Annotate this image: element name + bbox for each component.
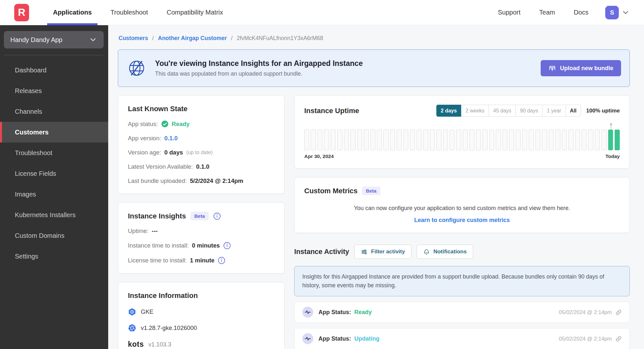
uptime-bar[interactable] (542, 130, 547, 150)
uptime-bar[interactable] (357, 130, 362, 150)
uptime-bar[interactable] (483, 130, 487, 150)
tab-compatibility-matrix[interactable]: Compatibility Matrix (161, 0, 229, 25)
sidebar-item-custom-domains[interactable]: Custom Domains (0, 225, 108, 246)
uptime-bar[interactable] (535, 130, 540, 150)
uptime-bar[interactable] (383, 130, 388, 150)
uptime-bar[interactable] (331, 130, 336, 150)
version-age-note: (up to date) (186, 150, 213, 155)
uptime-bar[interactable] (436, 130, 441, 150)
range-button-45-days[interactable]: 45 days (489, 105, 516, 117)
upload-new-bundle-button[interactable]: Upload new bundle (541, 60, 621, 76)
avatar[interactable]: S (605, 6, 619, 19)
tab-troubleshoot[interactable]: Troubleshoot (105, 0, 154, 25)
bell-icon (423, 249, 430, 255)
uptime-bar[interactable] (430, 130, 435, 150)
sidebar-item-license-fields[interactable]: License Fields (0, 163, 108, 184)
breadcrumb-customers[interactable]: Customers (119, 35, 148, 41)
uptime-bar[interactable] (549, 130, 554, 150)
uptime-bar[interactable] (350, 130, 355, 150)
sidebar-item-settings[interactable]: Settings (0, 246, 108, 267)
uptime-bar[interactable] (555, 130, 560, 150)
tab-applications[interactable]: Applications (47, 0, 98, 25)
uptime-bar[interactable] (344, 130, 349, 150)
sidebar-item-troubleshoot[interactable]: Troubleshoot (0, 143, 108, 163)
uptime-bar[interactable] (450, 130, 454, 150)
uptime-bar[interactable] (489, 130, 494, 150)
nav-link-team[interactable]: Team (539, 9, 555, 16)
replicated-logo[interactable]: R (14, 4, 29, 21)
uptime-bar[interactable] (516, 130, 521, 150)
app-selector-dropdown[interactable]: Handy Dandy App (4, 31, 104, 48)
uptime-bar[interactable] (317, 130, 322, 150)
nav-link-support[interactable]: Support (498, 9, 520, 16)
uptime-bar[interactable] (568, 130, 573, 150)
breadcrumb-customer-name[interactable]: Another Airgap Customer (158, 35, 227, 41)
uptime-bar[interactable] (311, 130, 316, 150)
info-icon[interactable] (213, 212, 221, 220)
uptime-bar[interactable] (601, 130, 606, 150)
range-button-90-days[interactable]: 90 days (516, 105, 543, 117)
uptime-bar[interactable] (509, 130, 514, 150)
uptime-bar[interactable] (443, 130, 448, 150)
activity-row[interactable]: App Status: Ready 05/02/2024 @ 2:14pm (294, 301, 630, 323)
uptime-bar[interactable] (469, 130, 474, 150)
sidebar-item-kubernetes-installers[interactable]: Kubernetes Installers (0, 205, 108, 225)
uptime-bar[interactable] (364, 130, 369, 150)
chevron-down-icon[interactable] (621, 8, 630, 17)
uptime-bar[interactable] (522, 130, 527, 150)
uptime-bar[interactable] (463, 130, 468, 150)
uptime-bar[interactable] (615, 130, 619, 150)
uptime-bar[interactable] (575, 130, 580, 150)
sidebar-item-images[interactable]: Images (0, 184, 108, 205)
activity-row-label: App Status: (318, 309, 351, 316)
range-button-1-year[interactable]: 1 year (543, 105, 566, 117)
activity-row-status: Updating (354, 335, 379, 342)
instance-information-card: Instance Information GKE v1.28.7-gke.102… (118, 282, 285, 349)
uptime-bar[interactable] (397, 130, 401, 150)
uptime-bar[interactable] (562, 130, 567, 150)
uptime-bar[interactable] (403, 130, 408, 150)
app-version-link[interactable]: 0.1.0 (164, 135, 178, 142)
configure-metrics-link[interactable]: Learn to configure custom metrics (304, 217, 620, 224)
sidebar-item-channels[interactable]: Channels (0, 101, 108, 122)
breadcrumb: Customers / Another Airgap Customer / 2f… (119, 35, 630, 42)
uptime-bar[interactable] (456, 130, 461, 150)
uptime-bar[interactable] (476, 130, 481, 150)
uptime-bar[interactable] (417, 130, 421, 150)
uptime-bar[interactable] (337, 130, 342, 150)
uptime-bar[interactable] (390, 130, 395, 150)
uptime-bar[interactable] (304, 130, 309, 150)
activity-row[interactable]: App Status: Updating 05/02/2024 @ 2:14pm (294, 328, 630, 349)
filter-activity-button[interactable]: Filter activity (354, 245, 411, 259)
range-button-2-days[interactable]: 2 days (436, 105, 462, 117)
uptime-bar[interactable] (496, 130, 501, 150)
uptime-bar[interactable] (582, 130, 587, 150)
pulse-icon (302, 307, 313, 318)
last-bundle-row: Last bundle uploaded: 5/2/2024 @ 2:14pm (128, 177, 275, 185)
link-icon[interactable] (616, 309, 622, 315)
range-button-2-weeks[interactable]: 2 weeks (461, 105, 489, 117)
sidebar-item-releases[interactable]: Releases (0, 80, 108, 101)
range-button-all[interactable]: All (566, 105, 581, 117)
info-icon[interactable] (223, 242, 231, 249)
uptime-bar[interactable] (370, 130, 375, 150)
nav-link-docs[interactable]: Docs (574, 9, 588, 16)
uptime-bar[interactable] (595, 130, 600, 150)
uptime-bar[interactable] (324, 130, 329, 150)
sidebar-item-customers[interactable]: Customers (0, 122, 108, 143)
sidebar-item-dashboard[interactable]: Dashboard (0, 60, 108, 80)
beta-badge: Beta (362, 186, 380, 195)
uptime-bar[interactable] (529, 130, 534, 150)
latest-version-label: Latest Version Available: (128, 163, 193, 170)
link-icon[interactable] (616, 336, 622, 342)
uptime-bar[interactable] (377, 130, 382, 150)
notifications-button[interactable]: Notifications (417, 245, 473, 259)
uptime-label: Uptime: (128, 227, 149, 235)
info-icon[interactable] (218, 257, 225, 264)
left-column: Last Known State App status: Ready App v… (118, 95, 285, 349)
uptime-bar[interactable] (588, 130, 593, 150)
uptime-bar[interactable] (503, 130, 507, 150)
uptime-bar[interactable] (410, 130, 415, 150)
uptime-bar[interactable] (423, 130, 428, 150)
uptime-bar[interactable] (608, 130, 613, 150)
